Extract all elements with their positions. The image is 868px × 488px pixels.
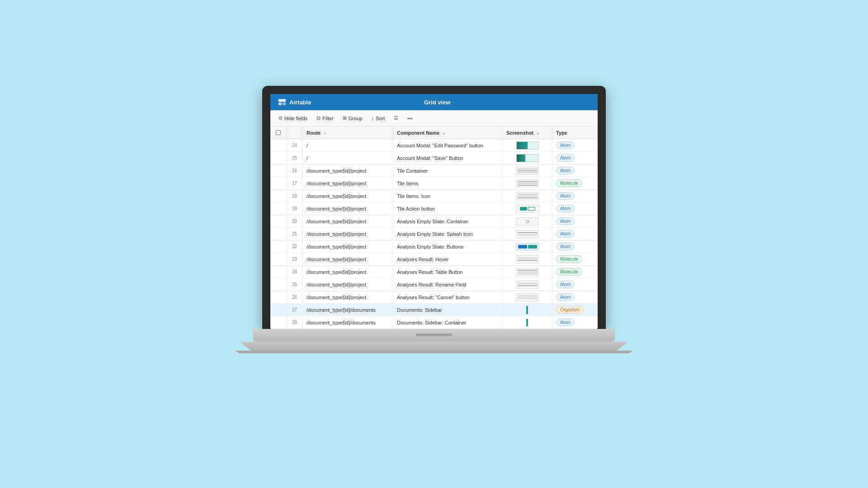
header-route-col[interactable]: Route ⌄ xyxy=(303,127,393,139)
laptop-base xyxy=(240,342,628,351)
row-num-cell: 25 xyxy=(287,278,303,291)
row-route-cell: /document_type/[id]/project xyxy=(303,215,393,227)
table-row[interactable]: 24 /document_type/[id]/project Analyses … xyxy=(270,266,598,278)
row-component-cell: Account Modal: "Edit Password" button xyxy=(393,139,503,151)
row-type-cell[interactable]: Atom xyxy=(552,240,598,253)
type-badge[interactable]: Molecule xyxy=(556,255,582,263)
row-screenshot-cell xyxy=(503,278,552,291)
row-component-cell: Analysis Empty State: Container xyxy=(393,215,503,227)
header-screenshot-col[interactable]: Screenshot ⌄ xyxy=(503,127,552,139)
more-button[interactable]: ••• xyxy=(404,114,416,123)
row-type-cell[interactable]: Atom xyxy=(552,190,598,202)
row-type-cell[interactable]: Atom xyxy=(552,152,598,164)
row-screenshot-cell xyxy=(503,215,552,227)
route-sort-icon: ⌄ xyxy=(323,131,327,135)
row-num-cell: 27 xyxy=(287,304,303,316)
row-type-cell[interactable]: Atom xyxy=(552,228,598,240)
type-badge[interactable]: Atom xyxy=(556,192,575,200)
type-badge[interactable]: Atom xyxy=(556,167,575,174)
row-type-cell[interactable]: Molecule xyxy=(552,266,598,278)
row-num-cell: 23 xyxy=(287,253,303,265)
screenshot-thumbnail xyxy=(514,229,541,239)
row-type-cell[interactable]: Molecule xyxy=(552,177,598,189)
type-badge[interactable]: Atom xyxy=(556,154,575,162)
table-row[interactable]: 25 /document_type/[id]/project Analyses … xyxy=(270,278,598,291)
screenshot-thumbnail xyxy=(514,216,541,226)
type-badge[interactable]: Atom xyxy=(556,293,575,301)
table-row[interactable]: 22 /document_type/[id]/project Analysis … xyxy=(270,240,598,253)
row-num-cell: 14 xyxy=(287,139,303,151)
type-badge[interactable]: Organism xyxy=(556,306,584,314)
type-badge[interactable]: Atom xyxy=(556,141,575,149)
row-route-cell: / xyxy=(303,152,393,164)
row-type-cell[interactable]: Atom xyxy=(552,202,598,215)
row-component-cell: Analyses Result: Hover xyxy=(393,253,503,265)
svg-rect-2 xyxy=(283,103,286,105)
row-type-cell[interactable]: Atom xyxy=(552,278,598,291)
screenshot-col-label: Screenshot xyxy=(506,130,533,136)
table-row[interactable]: 18 /document_type/[id]/project Tile Item… xyxy=(270,190,598,202)
table-row[interactable]: 21 /document_type/[id]/project Analysis … xyxy=(270,228,598,240)
table-row[interactable]: 16 /document_type/[id]/project Tile Cont… xyxy=(270,164,598,177)
row-component-cell: Analyses Result: Rename Field xyxy=(393,278,503,291)
table-row[interactable]: 19 /document_type/[id]/project Tile Acti… xyxy=(270,202,598,215)
row-route-cell: /document_type/[id]/project xyxy=(303,164,393,177)
row-type-cell[interactable]: Atom xyxy=(552,139,598,151)
row-height-button[interactable]: ☰ xyxy=(390,113,402,123)
row-checkbox-cell xyxy=(270,316,287,328)
type-badge[interactable]: Atom xyxy=(556,230,575,238)
select-all-checkbox[interactable] xyxy=(276,130,281,135)
row-component-cell: Analysis Empty State: Splash Icon xyxy=(393,228,503,240)
row-num-cell: 24 xyxy=(287,266,303,278)
logo-text: Airtable xyxy=(289,99,311,106)
row-type-cell[interactable]: Molecule xyxy=(552,253,598,265)
row-route-cell: /document_type/[id]/project xyxy=(303,177,393,189)
type-badge[interactable]: Atom xyxy=(556,205,575,212)
group-button[interactable]: ⊞ Group xyxy=(339,113,366,123)
row-type-cell[interactable]: Atom xyxy=(552,215,598,227)
row-component-cell: Documents: Sidebar xyxy=(393,304,503,316)
row-checkbox-cell xyxy=(270,304,287,316)
app-header: Airtable Grid view xyxy=(270,94,598,110)
row-num-cell: 20 xyxy=(287,215,303,227)
row-screenshot-cell xyxy=(503,164,552,177)
table-row[interactable]: 17 /document_type/[id]/project Tile Item… xyxy=(270,177,598,190)
header-component-col[interactable]: Component Name ⌄ xyxy=(393,127,503,139)
type-badge[interactable]: Molecule xyxy=(556,268,582,276)
row-type-cell[interactable]: Atom xyxy=(552,291,598,303)
table-row[interactable]: 15 / Account Modal: "Save" Button Atom xyxy=(270,152,598,164)
sort-button[interactable]: ↕ Sort xyxy=(368,114,388,123)
row-type-cell[interactable]: Organism xyxy=(552,304,598,316)
row-type-cell[interactable]: Atom xyxy=(552,164,598,177)
table-row[interactable]: 28 /document_type/[id]/documents Documen… xyxy=(270,316,598,329)
filter-label: Filter xyxy=(322,116,333,121)
screen-bezel: Airtable Grid view ⊘ Hide fields ⊟ Filte… xyxy=(262,86,606,329)
row-screenshot-cell xyxy=(503,190,552,202)
table-row[interactable]: 26 /document_type/[id]/project Analyses … xyxy=(270,291,598,304)
table-row[interactable]: 20 /document_type/[id]/project Analysis … xyxy=(270,215,598,228)
row-num-cell: 15 xyxy=(287,152,303,164)
group-label: Group xyxy=(349,116,363,121)
screenshot-thumbnail xyxy=(514,280,541,290)
type-badge[interactable]: Molecule xyxy=(556,179,582,187)
row-route-cell: /document_type/[id]/documents xyxy=(303,304,393,316)
header-type-col[interactable]: Type xyxy=(552,127,598,139)
row-type-cell[interactable]: Atom xyxy=(552,316,598,328)
screenshot-thumbnail xyxy=(514,292,541,302)
row-num-cell: 28 xyxy=(287,316,303,328)
type-badge[interactable]: Atom xyxy=(556,243,575,250)
row-checkbox-cell xyxy=(270,202,287,215)
type-badge[interactable]: Atom xyxy=(556,281,575,288)
hide-fields-button[interactable]: ⊘ Hide fields xyxy=(275,113,311,123)
table-row[interactable]: 23 /document_type/[id]/project Analyses … xyxy=(270,253,598,266)
component-col-label: Component Name xyxy=(397,130,439,136)
type-badge[interactable]: Atom xyxy=(556,319,575,326)
filter-button[interactable]: ⊟ Filter xyxy=(313,113,337,123)
row-component-cell: Documents: Sidebar: Container xyxy=(393,316,503,328)
row-num-cell: 21 xyxy=(287,228,303,240)
row-screenshot-cell xyxy=(503,202,552,215)
row-num-cell: 16 xyxy=(287,164,303,177)
table-row[interactable]: 27 /document_type/[id]/documents Documen… xyxy=(270,304,598,316)
table-row[interactable]: 14 / Account Modal: "Edit Password" butt… xyxy=(270,139,598,152)
type-badge[interactable]: Atom xyxy=(556,217,575,225)
